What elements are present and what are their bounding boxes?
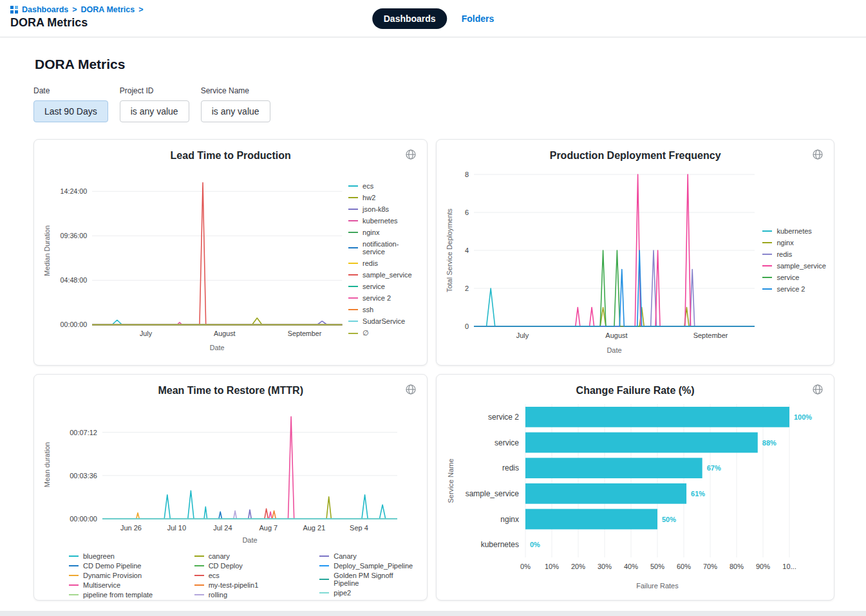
svg-text:service 2: service 2 bbox=[488, 413, 519, 422]
legend-label: service 2 bbox=[777, 285, 805, 293]
deployment-frequency-plot: 02468JulyAugustSeptemberDateTotal Servic… bbox=[444, 165, 761, 356]
legend-item[interactable]: service 2 bbox=[762, 285, 825, 293]
globe-icon-button[interactable] bbox=[811, 382, 825, 398]
legend-item[interactable]: kubernetes bbox=[348, 217, 419, 225]
legend-item[interactable]: Multiservice bbox=[69, 581, 166, 589]
legend-swatch bbox=[194, 555, 204, 557]
legend-label: kubernetes bbox=[362, 217, 397, 225]
svg-text:Date: Date bbox=[210, 344, 225, 351]
project-id-filter-button[interactable]: is any value bbox=[120, 100, 189, 122]
svg-text:00:03:36: 00:03:36 bbox=[70, 472, 97, 480]
svg-text:Jul 10: Jul 10 bbox=[167, 524, 186, 532]
legend-item[interactable]: kubernetes bbox=[762, 227, 825, 235]
legend-item[interactable]: service 2 bbox=[348, 294, 419, 302]
legend-label: Deploy_Sample_Pipeline bbox=[334, 562, 413, 570]
legend-item[interactable]: nginx bbox=[762, 239, 825, 247]
bar-service 2 bbox=[525, 407, 789, 427]
breadcrumb-separator: > bbox=[138, 5, 143, 14]
globe-icon-button[interactable] bbox=[811, 147, 825, 163]
legend-swatch bbox=[194, 594, 204, 595]
legend-swatch bbox=[348, 333, 358, 334]
svg-text:Sep 4: Sep 4 bbox=[350, 524, 368, 532]
svg-text:Jun 26: Jun 26 bbox=[120, 524, 142, 532]
chart-title: Lead Time to Production bbox=[42, 146, 419, 165]
legend-swatch bbox=[194, 575, 204, 576]
legend-label: CD Demo Pipeline bbox=[83, 562, 141, 570]
legend-item[interactable]: json-k8s bbox=[348, 205, 419, 213]
svg-text:Service Name: Service Name bbox=[447, 458, 455, 503]
legend-item[interactable]: ∅ bbox=[348, 329, 419, 337]
legend-label: my-test-pipelin1 bbox=[209, 581, 259, 589]
legend-item[interactable]: pipe2 bbox=[319, 589, 417, 597]
legend-item[interactable]: ssh bbox=[348, 306, 419, 313]
legend-item[interactable]: CD Deploy bbox=[194, 562, 292, 570]
globe-icon-button[interactable] bbox=[404, 382, 418, 398]
bar-redis bbox=[525, 458, 702, 478]
globe-icon bbox=[405, 384, 417, 395]
legend-swatch bbox=[762, 288, 772, 290]
main-content: DORA Metrics Date Last 90 Days Project I… bbox=[0, 57, 866, 601]
dashboard-grid: Lead Time to Production 00:00:0004:48:00… bbox=[33, 139, 833, 601]
legend-item[interactable]: Dynamic Provision bbox=[69, 572, 166, 579]
legend-swatch bbox=[69, 584, 79, 586]
legend-swatch bbox=[348, 321, 358, 322]
svg-text:6: 6 bbox=[465, 209, 469, 216]
legend-item[interactable]: notification-service bbox=[348, 240, 419, 256]
svg-text:Failure Rates: Failure Rates bbox=[637, 582, 679, 590]
legend-label: pipe2 bbox=[334, 589, 351, 597]
legend-item[interactable]: Golden PM Signoff Pipeline bbox=[319, 572, 417, 587]
legend-swatch bbox=[348, 247, 358, 248]
svg-text:90%: 90% bbox=[756, 563, 770, 570]
legend-item[interactable]: sample_service bbox=[348, 271, 419, 279]
legend-swatch bbox=[194, 565, 204, 566]
legend-item[interactable]: canary bbox=[194, 552, 292, 560]
tab-folders[interactable]: Folders bbox=[462, 14, 494, 24]
legend-item[interactable]: rolling bbox=[194, 591, 292, 599]
dashboards-icon bbox=[10, 6, 18, 14]
svg-text:September: September bbox=[693, 331, 728, 339]
legend-item[interactable]: sample_service bbox=[762, 262, 825, 270]
mttr-legend: bluegreenCD Demo PipelineDynamic Provisi… bbox=[69, 552, 417, 600]
legend-item[interactable]: my-test-pipelin1 bbox=[194, 581, 292, 589]
legend-item[interactable]: redis bbox=[762, 250, 825, 258]
card-deployment-frequency: Production Deployment Frequency 02468Jul… bbox=[436, 139, 834, 366]
page-bottom-strip bbox=[0, 611, 866, 616]
legend-item[interactable]: service bbox=[348, 283, 419, 290]
breadcrumb-separator: > bbox=[72, 5, 77, 14]
tab-dashboards[interactable]: Dashboards bbox=[372, 8, 447, 29]
legend-item[interactable]: SudarService bbox=[348, 317, 419, 325]
legend-item[interactable]: Canary bbox=[319, 552, 417, 560]
svg-text:0%: 0% bbox=[530, 541, 540, 548]
legend-item[interactable]: bluegreen bbox=[69, 552, 166, 560]
legend-item[interactable]: pipeline from template bbox=[69, 591, 166, 599]
svg-text:61%: 61% bbox=[692, 490, 706, 498]
breadcrumb-dora-metrics[interactable]: DORA Metrics bbox=[81, 5, 135, 14]
legend-swatch bbox=[348, 197, 358, 198]
legend-item[interactable]: CD Demo Pipeline bbox=[69, 562, 166, 570]
legend-item[interactable]: Deploy_Sample_Pipeline bbox=[319, 562, 417, 570]
svg-text:2: 2 bbox=[465, 285, 469, 292]
svg-text:40%: 40% bbox=[624, 563, 638, 570]
legend-label: CD Deploy bbox=[209, 562, 243, 570]
legend-label: ∅ bbox=[362, 329, 369, 337]
date-filter-button[interactable]: Last 90 Days bbox=[33, 100, 108, 122]
legend-item[interactable]: hw2 bbox=[348, 194, 419, 201]
legend-swatch bbox=[762, 277, 772, 278]
globe-icon-button[interactable] bbox=[404, 147, 418, 163]
legend-swatch bbox=[348, 297, 358, 299]
change-failure-rate-plot: 0%10%20%30%40%50%60%70%80%90%10...100%se… bbox=[444, 400, 823, 592]
legend-item[interactable]: ecs bbox=[194, 572, 292, 579]
chart-title: Mean Time to Restore (MTTR) bbox=[42, 381, 419, 400]
legend-item[interactable]: redis bbox=[348, 259, 419, 267]
legend-item[interactable]: service bbox=[762, 274, 825, 281]
legend-swatch bbox=[762, 230, 772, 232]
legend-swatch bbox=[348, 286, 358, 287]
svg-text:Date: Date bbox=[242, 536, 257, 544]
legend-label: Golden PM Signoff Pipeline bbox=[334, 572, 417, 587]
legend-label: kubernetes bbox=[777, 227, 811, 235]
svg-text:August: August bbox=[606, 331, 628, 339]
legend-item[interactable]: ecs bbox=[348, 182, 419, 190]
breadcrumb-dashboards[interactable]: Dashboards bbox=[22, 5, 68, 14]
legend-item[interactable]: nginx bbox=[348, 229, 419, 236]
service-name-filter-button[interactable]: is any value bbox=[201, 100, 270, 122]
